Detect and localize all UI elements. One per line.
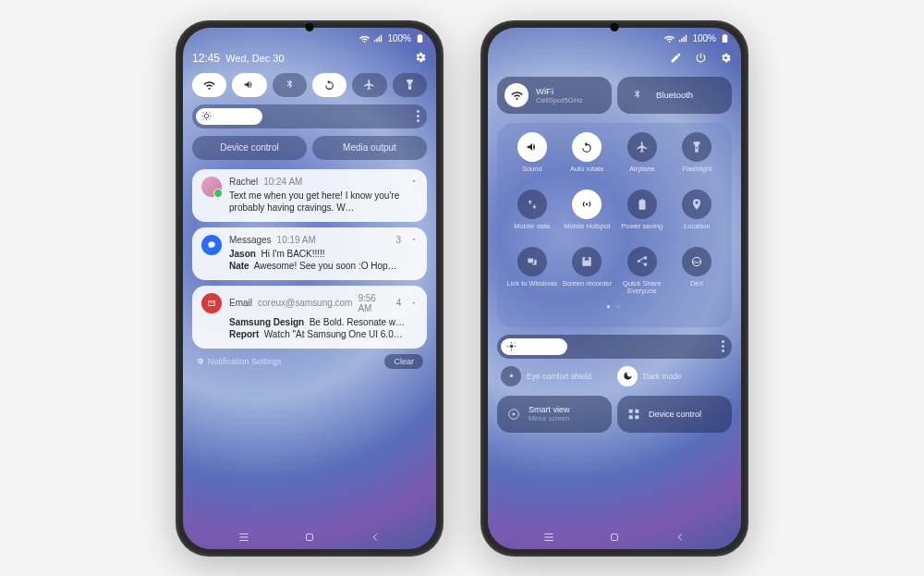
- notification-card[interactable]: Rachel 10:24 AM Text me when you get her…: [192, 169, 427, 222]
- msg-text: Hi I'm BACK!!!!!: [261, 249, 324, 259]
- home-icon[interactable]: [303, 531, 316, 544]
- svg-rect-12: [629, 409, 633, 412]
- settings-icon[interactable]: [414, 51, 427, 66]
- wifi-network-name: CellSpot5GHz: [536, 96, 583, 104]
- qs-battery[interactable]: Power saving: [616, 190, 668, 239]
- settings-icon[interactable]: [720, 51, 732, 67]
- bluetooth-tile[interactable]: Bluetooth: [617, 77, 732, 114]
- recents-icon[interactable]: [542, 531, 555, 544]
- qs-label: Power saving: [621, 223, 663, 239]
- smart-view-tile[interactable]: Smart viewMirror screen: [497, 396, 612, 433]
- qs-label: Mobile data: [514, 223, 550, 239]
- wifi-tile[interactable]: WiFiCellSpot5GHz: [497, 77, 612, 114]
- quick-toggles-row: [192, 73, 427, 97]
- qs-wifi[interactable]: [192, 73, 226, 97]
- wifi-icon: [359, 33, 370, 43]
- dex-icon: DeX: [690, 255, 703, 268]
- qs-flashlight[interactable]: [393, 73, 427, 97]
- brightness-icon: [506, 341, 517, 351]
- mail-text: Watch "At Samsung One UI 6.0…: [264, 329, 403, 339]
- flash-icon: [690, 141, 703, 153]
- smart-view-title: Smart view: [529, 405, 570, 414]
- data-icon: [526, 198, 539, 211]
- svg-rect-15: [635, 415, 638, 419]
- svg-rect-16: [611, 533, 617, 540]
- dark-mode-toggle[interactable]: Dark mode: [617, 366, 728, 386]
- back-icon[interactable]: [369, 531, 382, 544]
- qs-grid-panel: SoundAuto rotateAirplaneFlashlightMobile…: [497, 123, 732, 327]
- qs-autorotate[interactable]: [312, 73, 346, 97]
- wifi-icon: [664, 33, 675, 43]
- device-control-chip[interactable]: Device control: [192, 136, 307, 160]
- avatar-rachel: [201, 177, 222, 197]
- qs-airplane[interactable]: [352, 73, 386, 97]
- brightness-thumb[interactable]: [501, 338, 567, 355]
- qs-sound[interactable]: [232, 73, 266, 97]
- qs-flash[interactable]: Flashlight: [672, 132, 723, 182]
- qs-plane[interactable]: Airplane: [616, 132, 668, 182]
- brightness-thumb[interactable]: [196, 108, 262, 125]
- phone-left-frame: 100% 12:45 Wed, Dec 30: [176, 20, 444, 557]
- wifi-icon: [511, 89, 523, 101]
- page-indicator[interactable]: ● ○: [506, 302, 723, 311]
- email-app-icon: [201, 293, 222, 313]
- notif-time: 10:24 AM: [263, 177, 302, 187]
- chevron-down-icon[interactable]: [410, 300, 418, 307]
- clear-all-button[interactable]: Clear: [384, 354, 423, 369]
- notification-card[interactable]: Email coreux@samsung.com 9:56 AM 4 Samsu…: [192, 286, 427, 349]
- home-icon[interactable]: [608, 531, 621, 544]
- eye-comfort-toggle[interactable]: Eye comfort shield: [501, 366, 612, 386]
- qs-sound[interactable]: Sound: [506, 132, 558, 182]
- msg-from: Jason: [229, 249, 256, 259]
- qs-label: Mobile Hotspot: [564, 223, 610, 239]
- power-icon[interactable]: [695, 51, 707, 67]
- qs-share[interactable]: Quick Share Everyone: [616, 247, 668, 297]
- device-control-icon: [626, 407, 641, 422]
- signal-icon: [373, 33, 383, 43]
- clock: 12:45: [192, 52, 220, 65]
- notif-count: 3: [395, 235, 401, 245]
- messages-app-icon: [201, 235, 222, 255]
- qs-label: Auto rotate: [570, 165, 604, 182]
- brightness-slider[interactable]: [192, 104, 427, 129]
- recents-icon[interactable]: [237, 531, 250, 544]
- more-icon[interactable]: [722, 340, 724, 352]
- brightness-slider[interactable]: [497, 335, 732, 359]
- bluetooth-icon: [631, 89, 643, 101]
- dark-mode-icon: [623, 371, 633, 381]
- qs-label: DeX: [690, 280, 704, 297]
- qs-bluetooth[interactable]: [273, 73, 307, 97]
- app-name: Email: [229, 298, 252, 308]
- sender-name: Rachel: [229, 177, 258, 187]
- msg-text: Awesome! See you soon :O Hop…: [254, 261, 397, 271]
- svg-rect-14: [629, 415, 633, 419]
- notif-body: Text me when you get here! I know you're…: [229, 190, 418, 214]
- edit-icon[interactable]: [670, 51, 682, 67]
- device-control-tile[interactable]: Device control: [617, 396, 732, 433]
- more-icon[interactable]: [417, 110, 419, 122]
- eye-comfort-icon: [506, 371, 517, 381]
- qs-rotate[interactable]: Auto rotate: [562, 132, 614, 182]
- qs-dex[interactable]: DeXDeX: [672, 247, 723, 297]
- back-icon[interactable]: [674, 531, 687, 544]
- chevron-down-icon[interactable]: [410, 236, 418, 243]
- notif-time: 10:19 AM: [277, 235, 316, 245]
- notification-settings-link[interactable]: Notification Settings: [196, 357, 282, 366]
- smart-view-icon: [506, 407, 521, 422]
- qs-data[interactable]: Mobile data: [506, 190, 558, 239]
- qs-link[interactable]: Link to Windows: [506, 247, 558, 297]
- qs-rec[interactable]: Screen recorder: [562, 247, 614, 297]
- qs-hotspot[interactable]: Mobile Hotspot: [562, 190, 614, 239]
- battery-percent: 100%: [387, 33, 411, 43]
- svg-point-1: [586, 260, 590, 263]
- notification-settings-label: Notification Settings: [208, 357, 282, 366]
- svg-text:DeX: DeX: [693, 259, 700, 263]
- notification-card[interactable]: Messages 10:19 AM 3 Jason Hi I'm BACK!!!…: [192, 227, 427, 280]
- qs-pin[interactable]: Location: [672, 190, 723, 239]
- plane-icon: [636, 141, 649, 153]
- svg-rect-13: [635, 409, 638, 412]
- media-output-chip[interactable]: Media output: [312, 136, 427, 160]
- eye-comfort-label: Eye comfort shield: [527, 372, 591, 381]
- chevron-down-icon[interactable]: [410, 178, 418, 185]
- phone-right-frame: 100% WiFiCellSpot5GHz Bluetooth: [480, 20, 748, 557]
